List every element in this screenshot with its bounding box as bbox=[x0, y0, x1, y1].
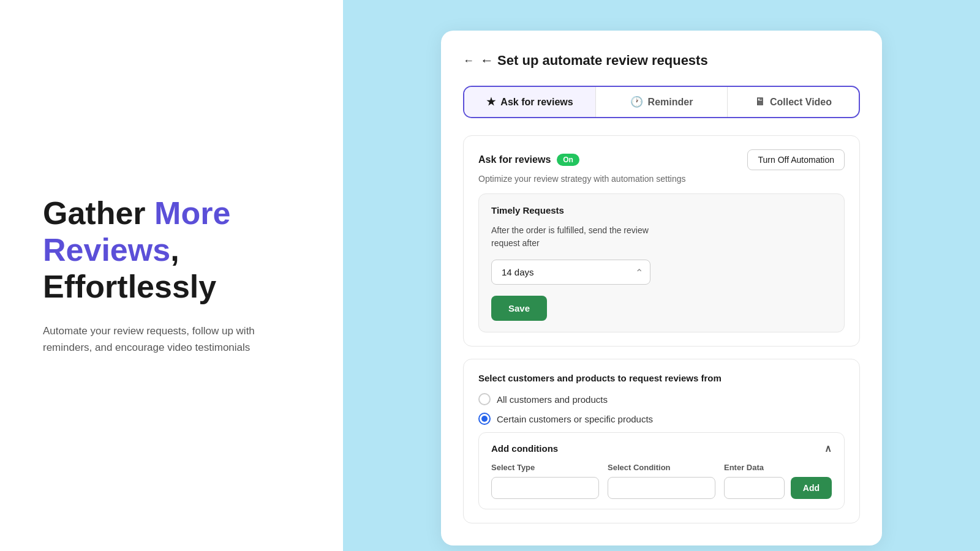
video-icon: 🖥 bbox=[755, 96, 765, 108]
back-arrow-icon: ← bbox=[463, 54, 474, 67]
radio-specific-circle bbox=[478, 413, 491, 425]
subtext: Automate your review requests, follow up… bbox=[43, 323, 288, 356]
radio-all[interactable]: All customers and products bbox=[478, 393, 845, 405]
customers-section: Select customers and products to request… bbox=[463, 359, 860, 523]
clock-icon: 🕐 bbox=[630, 96, 643, 108]
tab-collect-label: Collect Video bbox=[770, 97, 832, 108]
status-badge: On bbox=[557, 154, 579, 166]
col-data: Enter Data Add bbox=[724, 463, 832, 499]
tabs-container: ★ Ask for reviews 🕐 Reminder 🖥 Collect V… bbox=[463, 86, 860, 118]
save-button[interactable]: Save bbox=[491, 296, 547, 321]
radio-all-label: All customers and products bbox=[497, 394, 608, 405]
days-select[interactable]: 1 day 3 days 7 days 14 days 30 days bbox=[491, 260, 650, 285]
ask-reviews-section: Ask for reviews On Turn Off Automation O… bbox=[463, 135, 860, 347]
col-condition-label: Select Condition bbox=[608, 463, 715, 472]
section-title-row: Ask for reviews On bbox=[478, 154, 579, 166]
conditions-box: Add conditions ∧ Select Type Select Cond… bbox=[478, 432, 845, 509]
radio-specific[interactable]: Certain customers or specific products bbox=[478, 413, 845, 425]
chevron-up-icon[interactable]: ∧ bbox=[824, 443, 832, 454]
conditions-title: Add conditions bbox=[491, 443, 558, 454]
days-select-wrapper: 1 day 3 days 7 days 14 days 30 days ⌃ bbox=[491, 260, 650, 285]
timely-requests-desc: After the order is fulfilled, send the r… bbox=[491, 224, 832, 250]
col-type-input[interactable] bbox=[491, 477, 599, 499]
col-type: Select Type bbox=[491, 463, 599, 499]
page-title: ← Set up automate review requests bbox=[480, 53, 708, 69]
tab-ask-label: Ask for reviews bbox=[500, 97, 573, 108]
section-header: Ask for reviews On Turn Off Automation bbox=[478, 149, 845, 170]
col-data-input[interactable] bbox=[724, 477, 785, 499]
section-desc: Optimize your review strategy with autom… bbox=[478, 174, 845, 184]
tab-ask-reviews[interactable]: ★ Ask for reviews bbox=[464, 87, 596, 117]
timely-requests-title: Timely Requests bbox=[491, 205, 832, 216]
headline: Gather MoreReviews,Effortlessly bbox=[43, 195, 300, 305]
col-type-label: Select Type bbox=[491, 463, 599, 472]
turn-off-button[interactable]: Turn Off Automation bbox=[747, 149, 845, 170]
section-title: Ask for reviews bbox=[478, 154, 551, 165]
col-data-label: Enter Data bbox=[724, 463, 832, 472]
conditions-header: Add conditions ∧ bbox=[491, 443, 832, 454]
conditions-columns: Select Type Select Condition Enter Data … bbox=[491, 463, 832, 499]
tab-collect-video[interactable]: 🖥 Collect Video bbox=[728, 87, 859, 117]
tab-reminder-label: Reminder bbox=[648, 97, 693, 108]
right-panel: ← ← Set up automate review requests ★ As… bbox=[343, 0, 980, 551]
customers-title: Select customers and products to request… bbox=[478, 373, 845, 383]
main-card: ← ← Set up automate review requests ★ As… bbox=[441, 31, 882, 545]
radio-all-circle bbox=[478, 393, 491, 405]
back-nav[interactable]: ← ← Set up automate review requests bbox=[463, 53, 860, 69]
headline-plain: Gather bbox=[43, 195, 154, 231]
add-condition-button[interactable]: Add bbox=[791, 477, 832, 499]
radio-specific-label: Certain customers or specific products bbox=[497, 414, 653, 424]
tab-reminder[interactable]: 🕐 Reminder bbox=[596, 87, 728, 117]
star-icon: ★ bbox=[486, 96, 496, 108]
timely-requests-box: Timely Requests After the order is fulfi… bbox=[478, 193, 845, 332]
col-condition: Select Condition bbox=[608, 463, 715, 499]
col-condition-input[interactable] bbox=[608, 477, 715, 499]
left-panel: Gather MoreReviews,Effortlessly Automate… bbox=[0, 0, 343, 551]
